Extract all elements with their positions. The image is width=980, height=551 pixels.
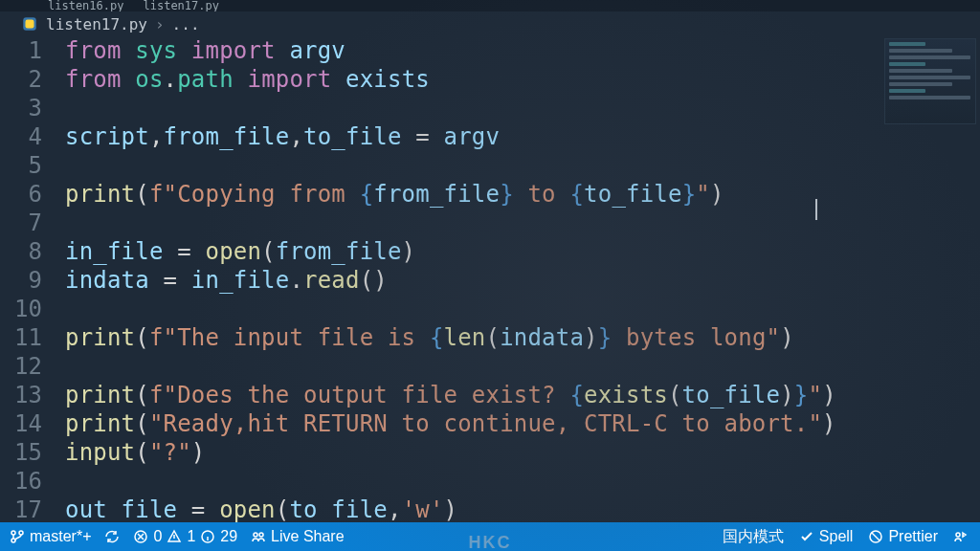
code-line[interactable]: print(f"The input file is {len(indata)} … [65,323,980,352]
code-line[interactable]: indata = in_file.read() [65,266,980,295]
svg-point-8 [259,533,263,537]
line-number: 12 [0,352,42,381]
code-line[interactable] [65,295,980,323]
line-number: 14 [0,409,42,438]
breadcrumb[interactable]: listen17.py › ... [0,11,980,36]
status-mode[interactable]: 国内模式 [723,527,784,547]
breadcrumb-rest: ... [172,15,200,33]
code-line[interactable] [65,151,980,180]
error-icon [133,529,148,544]
code-content[interactable]: from sys import argvfrom os.path import … [54,36,980,522]
prettier-icon [868,529,883,544]
svg-rect-1 [26,20,34,29]
code-line[interactable]: out_file = open(to_file,'w') [65,496,980,524]
code-line[interactable]: in_file = open(from_file) [65,237,980,266]
svg-point-4 [19,531,23,535]
sync-icon [104,529,120,544]
line-number: 16 [0,467,42,496]
line-number: 7 [0,209,42,237]
svg-point-7 [254,533,257,537]
tab-file-active[interactable]: listen17.py [143,0,218,11]
git-branch-icon [10,529,25,544]
code-line[interactable]: script,from_file,to_file = argv [65,122,980,151]
status-liveshare[interactable]: Live Share [251,528,345,545]
line-number: 6 [0,180,42,209]
line-number-gutter: 1234567891011121314151617 [0,36,54,522]
check-icon [799,529,814,544]
code-line[interactable] [65,352,980,381]
info-icon [200,529,215,544]
line-number: 8 [0,237,42,266]
status-git-branch[interactable]: master*+ [10,528,91,545]
python-file-icon [21,15,38,33]
line-number: 13 [0,381,42,409]
minimap[interactable] [884,38,976,124]
line-number: 11 [0,323,42,352]
status-prettier[interactable]: Prettier [868,528,938,545]
line-number: 15 [0,438,42,467]
code-line[interactable]: from sys import argv [65,36,980,65]
line-number: 10 [0,295,42,323]
status-spell[interactable]: Spell [799,528,854,545]
line-number: 5 [0,151,42,180]
line-number: 3 [0,94,42,122]
code-line[interactable]: print(f"Copying from {from_file} to {to_… [65,180,980,209]
status-sync[interactable] [104,529,120,544]
code-line[interactable] [65,94,980,122]
code-line[interactable]: print(f"Does the output file exist? {exi… [65,381,980,409]
code-editor[interactable]: 1234567891011121314151617 from sys impor… [0,36,980,522]
line-number: 9 [0,266,42,295]
warning-icon [167,529,182,544]
text-cursor [815,199,817,220]
chevron-right-icon: › [155,15,165,33]
code-line[interactable] [65,467,980,496]
status-problems[interactable]: 0 1 29 [133,528,237,545]
svg-point-10 [956,533,960,537]
liveshare-icon [251,529,266,544]
code-line[interactable]: print("Ready,hit RETURN to continue, CTR… [65,409,980,438]
line-number: 17 [0,496,42,524]
svg-point-2 [11,531,15,535]
line-number: 2 [0,65,42,94]
editor-tabs: listen16.py listen17.py [0,0,980,11]
monitor-brand: HKC [469,533,512,551]
code-line[interactable] [65,209,980,237]
line-number: 1 [0,36,42,65]
feedback-icon [953,529,969,544]
code-line[interactable]: input("?") [65,438,980,467]
code-line[interactable]: from os.path import exists [65,65,980,94]
breadcrumb-file: listen17.py [46,15,147,33]
line-number: 4 [0,122,42,151]
status-feedback[interactable] [953,529,969,544]
tab-file[interactable]: listen16.py [48,0,123,11]
